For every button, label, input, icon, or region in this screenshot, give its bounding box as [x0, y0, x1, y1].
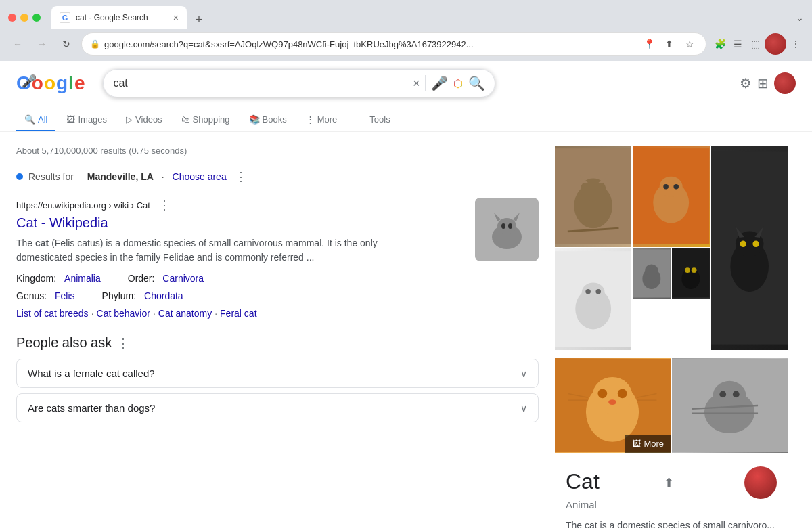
paa-header: People also ask ⋮ [16, 335, 539, 351]
forward-button[interactable]: → [32, 35, 51, 53]
tab-close-button[interactable]: × [173, 12, 179, 23]
svg-point-21 [740, 241, 746, 247]
genus-meta: Genus: Felis [16, 290, 75, 301]
google-apps-icon[interactable]: ⊞ [757, 75, 769, 91]
cat-image-6[interactable] [672, 248, 710, 299]
result-metadata: Kingdom: Animalia Order: Carnivora [16, 273, 464, 284]
svg-point-50 [719, 391, 726, 398]
user-avatar[interactable] [765, 33, 786, 55]
tab-all-label: All [38, 114, 47, 125]
search-clear-button[interactable]: × [413, 76, 420, 91]
kp-entity-image [744, 466, 777, 499]
bookmark-icon[interactable]: ☆ [681, 36, 698, 52]
videos-tab-icon: ▷ [126, 114, 133, 125]
minimize-window-button[interactable] [20, 14, 28, 22]
more-images-icon: 🖼 [632, 439, 641, 449]
cat-img-6-svg [672, 248, 710, 299]
svg-point-15 [660, 177, 683, 197]
tab-images[interactable]: 🖼 Images [58, 109, 115, 131]
share-icon[interactable]: ⬆ [661, 36, 677, 52]
result-thumbnail [475, 198, 539, 261]
cat-images-small-row [633, 248, 709, 350]
voice-search-icon[interactable]: 🎤 [431, 75, 448, 91]
svg-point-42 [608, 399, 616, 405]
order-meta: Order: Carnivora [128, 273, 204, 284]
search-input-wrap[interactable]: × 🎤 ⬡ 🔍 [103, 69, 495, 97]
browser-tab[interactable]: G cat - Google Search × [51, 6, 187, 29]
close-window-button[interactable] [8, 14, 16, 22]
location-menu-icon[interactable]: ⋮ [235, 169, 247, 184]
settings-icon[interactable]: ⚙ [740, 75, 752, 91]
more-images-button[interactable]: 🖼 More [625, 435, 671, 453]
location-icon[interactable]: 📍 [641, 36, 657, 52]
cat-image-7[interactable]: 🖼 More [555, 358, 671, 453]
tab-books[interactable]: 📚 Books [241, 109, 295, 131]
bottom-images-row: 🖼 More [555, 358, 788, 453]
svg-point-16 [664, 184, 669, 190]
back-button[interactable]: ← [8, 35, 27, 53]
more-images-overlay-container: 🖼 More [555, 358, 788, 453]
kingdom-value-link[interactable]: Animalia [64, 273, 101, 284]
result-url-row: https://en.wikipedia.org › wiki › Cat ⋮ [16, 198, 464, 213]
cat-image-3[interactable] [711, 146, 788, 350]
user-account-avatar[interactable] [774, 72, 796, 94]
more-tab-icon: ⋮ [306, 114, 315, 125]
window-controls: ⌄ [796, 12, 804, 24]
cat-image-8[interactable] [672, 358, 788, 453]
google-page: G o o g l e 🎤 × 🎤 ⬡ 🔍 ⚙ ⊞ [0, 61, 812, 528]
tab-videos[interactable]: ▷ Videos [118, 109, 171, 131]
sub-link-anatomy[interactable]: Cat anatomy [158, 308, 212, 319]
order-value-link[interactable]: Carnivora [162, 273, 204, 284]
tab-more[interactable]: ⋮ More [298, 109, 346, 131]
link-separator-1: · [91, 308, 94, 319]
tab-tools[interactable]: Tools [361, 109, 398, 131]
books-tab-icon: 📚 [249, 114, 260, 125]
chrome-menu-icon[interactable]: ⋮ [788, 36, 804, 52]
sidebar-icon[interactable]: ⬚ [747, 36, 763, 52]
fullscreen-window-button[interactable] [32, 14, 41, 22]
phylum-label: Phylum: [102, 290, 137, 301]
location-prefix: Results for [28, 171, 74, 182]
search-submit-button[interactable]: 🔍 [468, 75, 485, 91]
paa-chevron-2-icon: ∨ [520, 403, 527, 414]
address-input-container[interactable]: 🔒 google.com/search?q=cat&sxsrf=AJOqlzWQ… [81, 32, 706, 56]
paa-question-1[interactable]: What is a female cat called? ∨ [17, 359, 538, 387]
phylum-value-link[interactable]: Chordata [144, 290, 183, 301]
cat-image-1[interactable] [555, 146, 631, 247]
google-logo: G o o g l e 🎤 [16, 72, 84, 94]
tab-shopping[interactable]: 🛍 Shopping [173, 109, 238, 131]
logo-o2: o [44, 72, 55, 94]
genus-value-link[interactable]: Felis [55, 290, 75, 301]
chevron-down-icon[interactable]: ⌄ [796, 12, 804, 23]
svg-point-36 [692, 267, 697, 273]
paa-item-2[interactable]: Are cats smarter than dogs? ∨ [16, 393, 539, 422]
sub-link-feral[interactable]: Feral cat [220, 308, 256, 319]
address-bar: ← → ↻ 🔒 google.com/search?q=cat&sxsrf=AJ… [0, 30, 812, 61]
shopping-tab-icon: 🛍 [181, 114, 190, 125]
paa-options-icon[interactable]: ⋮ [117, 336, 129, 351]
cat-image-2[interactable] [633, 146, 709, 247]
tab-manager-icon[interactable]: ☰ [729, 36, 746, 52]
new-tab-button[interactable]: + [189, 10, 208, 29]
reload-button[interactable]: ↻ [57, 35, 76, 53]
cat-img-3-svg [711, 146, 788, 350]
cat-thumbnail-svg [475, 198, 539, 261]
paa-question-2[interactable]: Are cats smarter than dogs? ∨ [17, 394, 538, 422]
cat-img-1-svg [555, 146, 631, 247]
cat-image-5[interactable] [633, 248, 671, 299]
paa-question-2-text: Are cats smarter than dogs? [28, 402, 155, 414]
kp-description: The cat is a domestic species of small c… [566, 519, 777, 528]
sub-link-breeds[interactable]: List of cat breeds [16, 308, 89, 319]
result-options-icon[interactable]: ⋮ [158, 198, 171, 213]
tab-all[interactable]: 🔍 All [16, 109, 55, 131]
choose-area-link[interactable]: Choose area [173, 171, 227, 182]
image-search-icon[interactable]: ⬡ [453, 77, 463, 90]
paa-item-1[interactable]: What is a female cat called? ∨ [16, 359, 539, 388]
extensions-icon[interactable]: 🧩 [712, 36, 728, 52]
kingdom-label: Kingdom: [16, 273, 56, 284]
result-title-link[interactable]: Cat - Wikipedia [16, 215, 464, 231]
kp-share-icon[interactable]: ⬆ [664, 475, 674, 490]
cat-image-4[interactable] [555, 248, 631, 350]
search-input[interactable] [113, 77, 407, 89]
sub-link-behavior[interactable]: Cat behavior [97, 308, 150, 319]
